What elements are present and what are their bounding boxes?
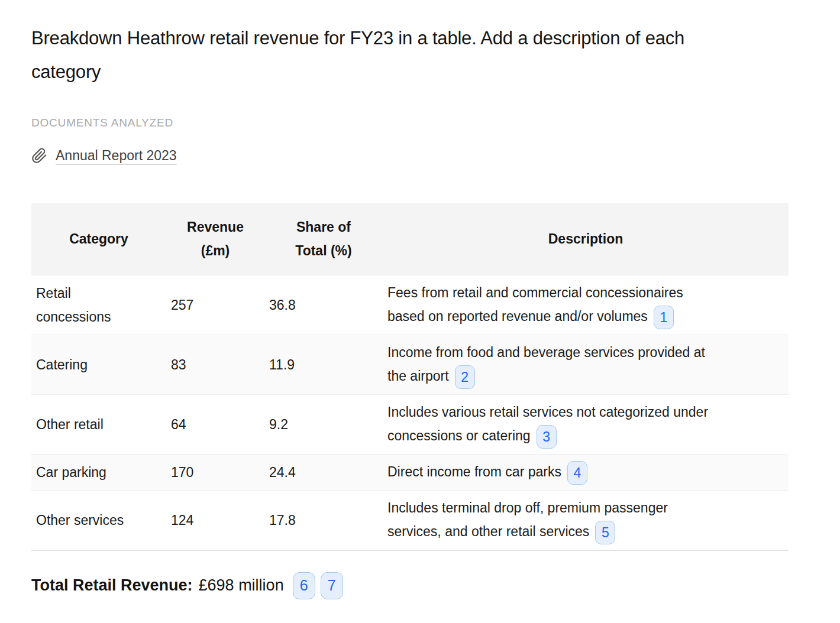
- revenue-cell: 257: [166, 275, 264, 335]
- description-text: Fees from retail and commercial concessi…: [387, 285, 683, 324]
- category-cell-text: Other services: [36, 508, 124, 532]
- description-cell: Income from food and beverage services p…: [383, 335, 789, 394]
- share-cell: 9.2: [264, 394, 383, 454]
- citation-badge[interactable]: 2: [455, 365, 475, 389]
- revenue-cell-text: 170: [171, 465, 193, 480]
- description-cell: Includes various retail services not cat…: [383, 394, 789, 454]
- revenue-cell-text: 64: [171, 417, 186, 432]
- document-link[interactable]: Annual Report 2023: [56, 148, 177, 164]
- paperclip-icon: [31, 148, 47, 164]
- share-cell-text: 9.2: [269, 417, 288, 432]
- table-body: Retail concessions25736.8Fees from retai…: [31, 275, 789, 550]
- revenue-cell: 124: [166, 490, 264, 550]
- column-header-label: Share of Total (%): [287, 215, 360, 262]
- description-text: Direct income from car parks: [387, 464, 561, 479]
- revenue-cell-text: 124: [171, 512, 193, 528]
- category-cell: Catering: [31, 335, 166, 394]
- total-citations: 67: [293, 572, 343, 599]
- category-cell-text: Car parking: [36, 460, 106, 484]
- citation-badge[interactable]: 1: [654, 306, 674, 329]
- documents-analyzed-label: DOCUMENTS ANALYZED: [31, 116, 789, 129]
- category-cell-text: Catering: [36, 353, 88, 377]
- revenue-cell-text: 257: [171, 297, 193, 313]
- description-cell: Direct income from car parks4: [383, 454, 789, 490]
- share-cell-text: 17.8: [269, 512, 296, 528]
- document-item: Annual Report 2023: [31, 148, 789, 164]
- category-cell: Other services: [31, 490, 166, 550]
- citation-badge[interactable]: 7: [321, 572, 343, 599]
- answer-panel: Breakdown Heathrow retail revenue for FY…: [0, 0, 840, 599]
- page-title: Breakdown Heathrow retail revenue for FY…: [31, 21, 729, 89]
- total-revenue-value: £698 million: [199, 576, 284, 595]
- revenue-cell: 64: [166, 394, 264, 454]
- share-cell-text: 24.4: [269, 465, 296, 480]
- table-row: Other retail649.2Includes various retail…: [31, 394, 789, 454]
- table-header-row: CategoryRevenue (£m)Share of Total (%)De…: [31, 203, 789, 275]
- description-cell: Includes terminal drop off, premium pass…: [383, 490, 789, 550]
- category-cell-text: Retail concessions: [36, 281, 137, 329]
- revenue-table: CategoryRevenue (£m)Share of Total (%)De…: [31, 203, 789, 551]
- total-revenue-line: Total Retail Revenue: £698 million 67: [31, 572, 789, 599]
- share-cell-text: 36.8: [269, 297, 296, 313]
- citation-badge[interactable]: 4: [567, 461, 587, 485]
- description-text: Includes terminal drop off, premium pass…: [387, 500, 668, 539]
- revenue-cell: 170: [166, 454, 264, 490]
- table-row: Retail concessions25736.8Fees from retai…: [31, 275, 789, 335]
- table-row: Other services12417.8Includes terminal d…: [31, 490, 789, 550]
- revenue-cell-text: 83: [171, 357, 186, 372]
- table-row: Car parking17024.4Direct income from car…: [31, 454, 789, 490]
- column-header: Revenue (£m): [166, 203, 264, 275]
- share-cell: 17.8: [264, 490, 383, 550]
- description-cell: Fees from retail and commercial concessi…: [383, 275, 789, 335]
- share-cell: 24.4: [264, 454, 383, 490]
- column-header: Share of Total (%): [264, 203, 383, 275]
- column-header-label: Revenue (£m): [182, 215, 248, 262]
- share-cell: 11.9: [264, 335, 383, 394]
- total-revenue-label: Total Retail Revenue:: [31, 576, 193, 595]
- description-text: Income from food and beverage services p…: [387, 345, 705, 384]
- column-header-label: Category: [69, 227, 128, 251]
- column-header: Description: [383, 203, 789, 275]
- column-header: Category: [31, 203, 166, 275]
- share-cell: 36.8: [264, 275, 383, 335]
- category-cell: Other retail: [31, 394, 166, 454]
- citation-badge[interactable]: 3: [537, 425, 557, 449]
- column-header-label: Description: [548, 227, 623, 251]
- category-cell: Retail concessions: [31, 275, 166, 335]
- revenue-cell: 83: [166, 335, 264, 394]
- category-cell-text: Other retail: [36, 413, 104, 436]
- citation-badge[interactable]: 5: [595, 521, 615, 544]
- share-cell-text: 11.9: [269, 357, 295, 372]
- table-row: Catering8311.9Income from food and bever…: [31, 335, 789, 394]
- citation-badge[interactable]: 6: [293, 572, 315, 599]
- category-cell: Car parking: [31, 454, 166, 490]
